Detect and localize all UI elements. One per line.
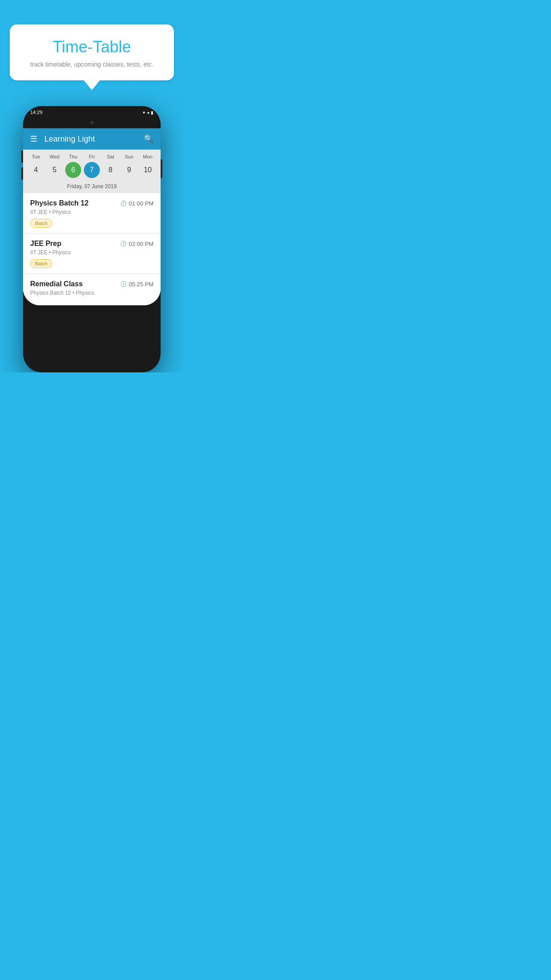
schedule-item-1-title: Physics Batch 12: [30, 199, 89, 207]
batch-tag-2: Batch: [30, 259, 52, 268]
day-numbers: 4 5 6 7 8 9 10: [23, 162, 161, 178]
phone-outer: 14:29 ▾ ◂ ▮ ☰ Learning Light 🔍: [23, 106, 161, 372]
schedule-item-2-sub: IIT JEE • Physics: [30, 249, 153, 256]
schedule-list: Physics Batch 12 🕐 01:00 PM IIT JEE • Ph…: [23, 193, 161, 305]
day-header-sat: Sat: [102, 154, 118, 159]
wifi-icon: ▾: [143, 110, 145, 115]
day-5[interactable]: 5: [47, 162, 63, 178]
schedule-item-2[interactable]: JEE Prep 🕑 02:00 PM IIT JEE • Physics Ba…: [23, 233, 161, 274]
schedule-item-3-header: Remedial Class 🕔 05:25 PM: [30, 280, 153, 288]
power-button: [161, 159, 162, 178]
day-header-wed: Wed: [47, 154, 63, 159]
clock-icon-3: 🕔: [120, 281, 127, 287]
bubble-title: Time-Table: [20, 38, 163, 56]
schedule-item-2-time: 🕑 02:00 PM: [120, 241, 153, 247]
day-6-today[interactable]: 6: [65, 162, 81, 178]
day-header-mon: Mon: [140, 154, 156, 159]
calendar-strip: Tue Wed Thu Fri Sat Sun Mon 4 5 6 7 8 9 …: [23, 150, 161, 193]
schedule-item-1-header: Physics Batch 12 🕐 01:00 PM: [30, 199, 153, 207]
day-header-tue: Tue: [28, 154, 44, 159]
menu-icon[interactable]: ☰: [30, 134, 37, 144]
schedule-item-3-title: Remedial Class: [30, 280, 83, 288]
day-header-sun: Sun: [121, 154, 137, 159]
day-9[interactable]: 9: [121, 162, 137, 178]
clock-icon-1: 🕐: [120, 200, 127, 206]
day-headers: Tue Wed Thu Fri Sat Sun Mon: [23, 154, 161, 159]
phone-mockup: 14:29 ▾ ◂ ▮ ☰ Learning Light 🔍: [23, 106, 161, 372]
search-icon[interactable]: 🔍: [144, 134, 153, 144]
schedule-item-3-sub: Physics Batch 12 • Physics: [30, 290, 153, 296]
schedule-item-1-sub: IIT JEE • Physics: [30, 209, 153, 215]
signal-icon: ◂: [147, 110, 149, 115]
day-header-thu: Thu: [65, 154, 81, 159]
status-bar: 14:29 ▾ ◂ ▮: [23, 106, 161, 119]
bubble-subtitle: track timetable, upcoming classes, tests…: [20, 61, 163, 68]
phone-screen: ☰ Learning Light 🔍 Tue Wed Thu Fri Sat S…: [23, 128, 161, 305]
schedule-item-1[interactable]: Physics Batch 12 🕐 01:00 PM IIT JEE • Ph…: [23, 193, 161, 233]
battery-icon: ▮: [151, 110, 153, 115]
selected-date-label: Friday, 07 June 2019: [23, 182, 161, 193]
clock-icon-2: 🕑: [120, 241, 127, 247]
schedule-item-1-time: 🕐 01:00 PM: [120, 200, 153, 207]
schedule-item-2-header: JEE Prep 🕑 02:00 PM: [30, 240, 153, 248]
day-header-fri: Fri: [84, 154, 100, 159]
status-icons: ▾ ◂ ▮: [143, 110, 153, 115]
notch: [79, 119, 105, 126]
app-bar: ☰ Learning Light 🔍: [23, 128, 161, 150]
schedule-item-2-title: JEE Prep: [30, 240, 61, 248]
schedule-item-3[interactable]: Remedial Class 🕔 05:25 PM Physics Batch …: [23, 274, 161, 305]
notch-area: [23, 119, 161, 128]
day-7-selected[interactable]: 7: [84, 162, 100, 178]
app-title: Learning Light: [44, 134, 144, 144]
speech-bubble: Time-Table track timetable, upcoming cla…: [10, 24, 174, 80]
day-10[interactable]: 10: [140, 162, 156, 178]
batch-tag-1: Batch: [30, 219, 52, 228]
schedule-item-3-time: 🕔 05:25 PM: [120, 281, 153, 288]
day-4[interactable]: 4: [28, 162, 44, 178]
camera-dot: [90, 121, 94, 124]
status-time: 14:29: [30, 110, 43, 115]
speech-bubble-section: Time-Table track timetable, upcoming cla…: [0, 0, 184, 80]
day-8[interactable]: 8: [102, 162, 118, 178]
